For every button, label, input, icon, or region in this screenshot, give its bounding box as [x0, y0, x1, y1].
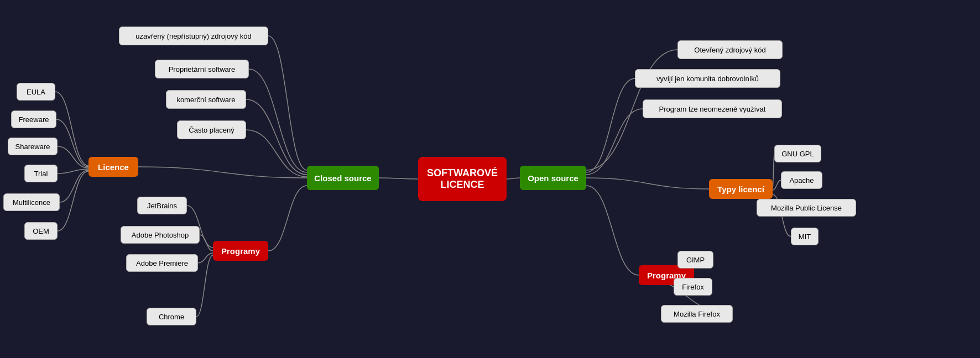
center-node: SOFTWAROVÉ LICENCE: [418, 157, 507, 201]
mit-node: MIT: [791, 228, 819, 245]
gimp-node: GIMP: [677, 251, 713, 268]
eula-label: EULA: [27, 88, 45, 96]
mit-label: MIT: [799, 233, 811, 241]
freeware-node: Freeware: [11, 110, 56, 128]
casto-node: Často placený: [177, 120, 246, 139]
otevreny-node: Otevřený zdrojový kód: [677, 40, 783, 59]
chrome-node: Chrome: [147, 308, 196, 325]
eula-node: EULA: [17, 83, 55, 101]
apache-label: Apache: [789, 176, 814, 185]
mozilla-public-node: Mozilla Public License: [757, 199, 856, 217]
proprietarni-label: Proprietární software: [169, 65, 236, 73]
closed-source-node: Closed source: [307, 166, 379, 190]
multilicence-node: Multilicence: [3, 193, 60, 211]
uzavreny-node: uzavřený (nepřístupný) zdrojový kód: [119, 27, 268, 45]
program-lze-node: Program lze neomezeně využívat: [643, 99, 782, 118]
trial-label: Trial: [34, 170, 48, 178]
oem-label: OEM: [33, 227, 49, 235]
shareware-label: Shareware: [15, 143, 50, 151]
closed-source-label: Closed source: [314, 173, 371, 183]
jetbrains-node: JetBrains: [137, 197, 187, 214]
licence-node: Licence: [88, 157, 138, 177]
center-label: SOFTWAROVÉ LICENCE: [427, 167, 498, 191]
licence-label: Licence: [98, 162, 129, 172]
gnu-gpl-node: GNU GPL: [774, 145, 821, 162]
gnu-gpl-label: GNU GPL: [781, 150, 814, 158]
programy-left-node: Programy: [213, 241, 268, 261]
programy-left-label: Programy: [221, 246, 260, 256]
firefox-label: Firefox: [682, 283, 704, 291]
typy-licenci-node: Typy licencí: [709, 179, 773, 199]
gimp-label: GIMP: [686, 256, 705, 264]
komercni-label: komerční software: [176, 96, 235, 104]
vyviji-node: vyvíjí jen komunita dobrovolníků: [635, 69, 780, 88]
open-source-node: Open source: [520, 166, 586, 190]
chrome-label: Chrome: [159, 313, 184, 321]
vyviji-label: vyvíjí jen komunita dobrovolníků: [656, 75, 759, 83]
oem-node: OEM: [24, 222, 58, 240]
adobe-photoshop-node: Adobe Photoshop: [121, 226, 200, 244]
otevreny-label: Otevřený zdrojový kód: [694, 46, 765, 54]
mozilla-firefox-label: Mozilla Firefox: [674, 310, 720, 318]
shareware-node: Shareware: [8, 138, 58, 155]
komercni-node: komerční software: [166, 90, 246, 109]
jetbrains-label: JetBrains: [147, 202, 177, 210]
firefox-node: Firefox: [674, 278, 712, 296]
trial-node: Trial: [24, 165, 58, 182]
apache-node: Apache: [781, 171, 822, 189]
freeware-label: Freeware: [19, 115, 49, 124]
mozilla-public-label: Mozilla Public License: [771, 204, 842, 212]
proprietarni-node: Proprietární software: [155, 60, 249, 78]
program-lze-label: Program lze neomezeně využívat: [659, 105, 766, 113]
casto-label: Často placený: [189, 126, 234, 134]
adobe-premiere-label: Adobe Premiere: [136, 259, 188, 267]
uzavreny-label: uzavřený (nepřístupný) zdrojový kód: [135, 32, 252, 40]
typy-licenci-label: Typy licencí: [717, 185, 764, 194]
adobe-premiere-node: Adobe Premiere: [126, 254, 198, 272]
adobe-photoshop-label: Adobe Photoshop: [132, 231, 189, 239]
mozilla-firefox-node: Mozilla Firefox: [661, 305, 733, 323]
multilicence-label: Multilicence: [13, 198, 50, 207]
open-source-label: Open source: [528, 173, 578, 183]
